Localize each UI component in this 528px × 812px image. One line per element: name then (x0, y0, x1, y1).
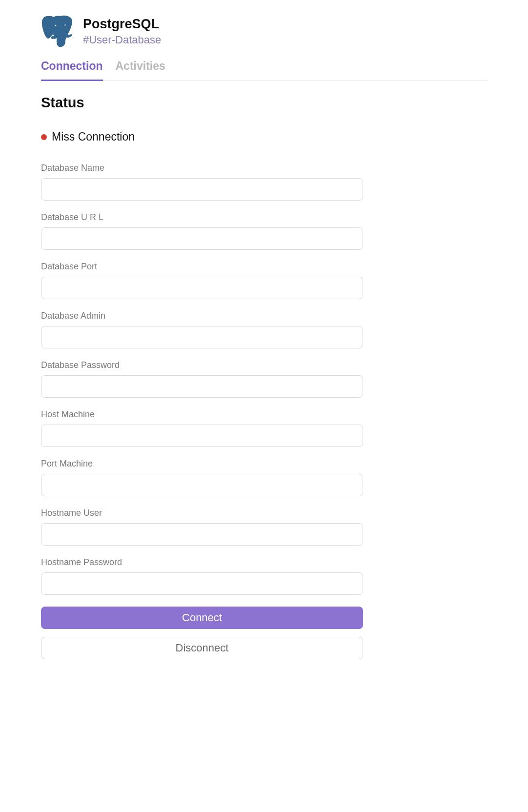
connect-button[interactable]: Connect (41, 607, 363, 629)
port-machine-field[interactable] (41, 474, 363, 496)
database-url-field[interactable] (41, 227, 363, 250)
database-admin-field[interactable] (41, 326, 363, 348)
status-dot-icon (41, 134, 47, 140)
header: PostgreSQL #User-Database (41, 15, 487, 48)
database-name-label: Database Name (41, 163, 363, 173)
hostname-user-field[interactable] (41, 523, 363, 546)
port-machine-label: Port Machine (41, 459, 363, 469)
status-text: Miss Connection (52, 130, 135, 143)
tab-connection[interactable]: Connection (41, 60, 103, 81)
hostname-password-label: Hostname Password (41, 557, 363, 568)
database-port-field[interactable] (41, 277, 363, 299)
page-title: PostgreSQL (83, 16, 161, 32)
tab-activities[interactable]: Activities (116, 60, 165, 81)
database-name-field[interactable] (41, 178, 363, 201)
database-port-label: Database Port (41, 262, 363, 272)
database-url-label: Database U R L (41, 212, 363, 223)
page-subtitle: #User-Database (83, 34, 161, 46)
database-admin-label: Database Admin (41, 311, 363, 321)
database-password-label: Database Password (41, 360, 363, 370)
tabs: Connection Activities (41, 60, 487, 81)
hostname-user-label: Hostname User (41, 508, 363, 518)
host-machine-field[interactable] (41, 425, 363, 447)
status-row: Miss Connection (41, 130, 487, 143)
disconnect-button[interactable]: Disconnect (41, 637, 363, 659)
postgresql-logo-icon (41, 15, 73, 48)
section-title: Status (41, 95, 487, 111)
host-machine-label: Host Machine (41, 409, 363, 420)
hostname-password-field[interactable] (41, 572, 363, 595)
database-password-field[interactable] (41, 375, 363, 398)
